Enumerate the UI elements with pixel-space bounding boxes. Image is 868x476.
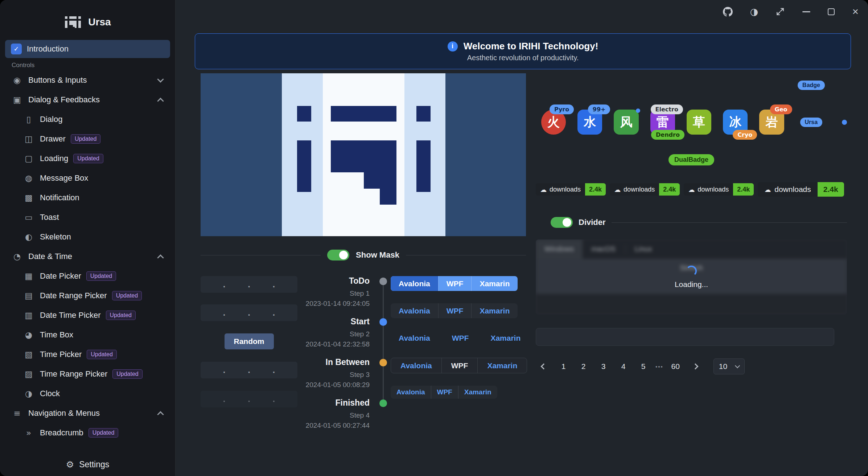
divider-label: Divider: [579, 218, 606, 227]
page-button-5[interactable]: 5: [635, 359, 651, 374]
timeline-step: ToDo Step 1 2023-01-14 09:24:05: [297, 276, 387, 317]
timeline-dot: [379, 399, 387, 407]
sidebar-item-label: Time Box: [40, 330, 73, 340]
sidebar-item-clock[interactable]: ◑ Clock: [5, 385, 170, 403]
ipv4-input-1[interactable]: ...: [201, 276, 297, 293]
time-picker-icon: ▧: [22, 350, 35, 359]
tile-pyro: 火 Pyro: [541, 110, 566, 135]
close-button[interactable]: ×: [852, 6, 859, 17]
banner-subtitle: Aesthetic revolution of productivity.: [467, 54, 579, 62]
loading-icon: ▢: [22, 154, 35, 163]
sidebar-item-time-picker[interactable]: ▧ Time Picker Updated: [5, 345, 170, 364]
downloads-badge[interactable]: ☁downloads 2.4k: [684, 183, 754, 196]
time-range-icon: ▨: [22, 369, 35, 379]
xamarin-button[interactable]: Xamarin: [471, 276, 518, 291]
sidebar-item-dialog[interactable]: ▯ Dialog: [5, 110, 170, 128]
avalonia-button[interactable]: Avalonia: [391, 303, 438, 318]
sidebar-item-loading[interactable]: ▢ Loading Updated: [5, 149, 170, 168]
sidebar-item-label: Navigation & Menus: [28, 409, 100, 418]
titlebar: ◑ ×: [176, 0, 868, 23]
electro-badge: Electro: [651, 104, 683, 114]
dot-badge: [842, 120, 847, 125]
ipv4-inputs: ... ... Random ... ...: [201, 276, 297, 439]
show-mask-toggle[interactable]: [327, 250, 349, 260]
sidebar-item-time-range-picker[interactable]: ▨ Time Range Picker Updated: [5, 365, 170, 383]
next-page-button[interactable]: [688, 359, 703, 374]
sidebar-group-buttons-inputs[interactable]: ◉ Buttons & Inputs: [5, 71, 170, 89]
avalonia-button[interactable]: Avalonia: [391, 331, 438, 345]
maximize-button[interactable]: [828, 8, 835, 15]
page-size-select[interactable]: 10: [713, 358, 745, 374]
sidebar-item-toast[interactable]: ▭ Toast: [5, 208, 170, 226]
sidebar-item-time-box[interactable]: ◕ Time Box: [5, 326, 170, 344]
ipv4-input-2[interactable]: ...: [201, 304, 297, 321]
avalonia-button[interactable]: Avalonia: [391, 386, 431, 399]
sidebar-item-date-range-picker[interactable]: ▤ Date Range Picker Updated: [5, 287, 170, 305]
sidebar-item-breadcrumb[interactable]: » Breadcrumb Updated: [5, 424, 170, 442]
sidebar-item-notification[interactable]: ▩ Notification: [5, 189, 170, 207]
sidebar-item-label: Date & Time: [28, 252, 72, 261]
updated-badge: Updated: [106, 311, 136, 320]
sidebar-item-skeleton[interactable]: ◐ Skeleton: [5, 228, 170, 246]
wpf-button[interactable]: WPF: [431, 386, 458, 399]
sidebar-item-label: Date Time Picker: [40, 311, 101, 320]
sidebar-item-date-time-picker[interactable]: ▥ Date Time Picker Updated: [5, 306, 170, 324]
sidebar-item-date-picker[interactable]: ▦ Date Picker Updated: [5, 267, 170, 285]
count-badge: 99+: [588, 104, 610, 114]
timeline-dot: [379, 359, 387, 366]
maximize-icon: [828, 8, 835, 15]
sidebar-item-introduction[interactable]: ✓ Introduction: [5, 40, 170, 58]
message-icon: ◍: [22, 173, 35, 183]
gear-icon: ⚙: [66, 459, 74, 470]
badge-demo-tiles: 火 Pyro 水 99+ 风 雷 Electro Dendro: [536, 110, 847, 135]
chevron-right-icon: [692, 364, 699, 370]
xamarin-button[interactable]: Xamarin: [482, 331, 528, 345]
avalonia-button[interactable]: Avalonia: [391, 276, 438, 291]
calendar-range-icon: ▤: [22, 291, 35, 300]
fullscreen-button[interactable]: [776, 7, 785, 16]
divider-toggle[interactable]: [551, 217, 573, 228]
avalonia-button[interactable]: Avalonia: [391, 358, 441, 373]
page-button-2[interactable]: 2: [576, 359, 591, 374]
sidebar-item-label: Loading: [40, 154, 68, 163]
random-button[interactable]: Random: [225, 333, 274, 349]
sidebar-item-label: Date Range Picker: [40, 291, 107, 300]
sidebar-section-controls: Controls: [12, 62, 175, 69]
page-button-60[interactable]: 60: [668, 359, 683, 374]
page-button-3[interactable]: 3: [596, 359, 611, 374]
downloads-badge[interactable]: ☁downloads 2.4k: [536, 183, 606, 196]
sidebar-item-drawer[interactable]: ◫ Drawer Updated: [5, 130, 170, 148]
settings-button[interactable]: ⚙ Settings: [0, 453, 175, 476]
prev-page-button[interactable]: [536, 359, 551, 374]
timeline-step: Start Step 2 2024-01-04 22:32:58: [297, 317, 387, 357]
wpf-button[interactable]: WPF: [444, 331, 477, 345]
ipv4-input-4-disabled: ...: [201, 391, 297, 407]
downloads-badge-large[interactable]: ☁downloads 2.4k: [758, 182, 844, 197]
dendro-badge: Dendro: [651, 130, 684, 140]
wpf-button[interactable]: WPF: [438, 276, 472, 291]
minimize-icon: [802, 11, 810, 12]
irihi-logo-icon: [64, 15, 82, 29]
sidebar-group-navigation-menus[interactable]: ≡ Navigation & Menus: [5, 404, 170, 422]
xamarin-button[interactable]: Xamarin: [458, 386, 497, 399]
xamarin-button[interactable]: Xamarin: [477, 358, 527, 373]
theme-toggle-button[interactable]: ◑: [750, 6, 758, 17]
wpf-button[interactable]: WPF: [438, 303, 472, 318]
page-button-4[interactable]: 4: [616, 359, 631, 374]
text-input[interactable]: [536, 328, 834, 346]
sidebar-group-date-time[interactable]: ◔ Date & Time: [5, 247, 170, 266]
github-button[interactable]: [723, 7, 733, 17]
downloads-badge[interactable]: ☁downloads 2.4k: [610, 183, 680, 196]
sidebar-item-label: Notification: [40, 193, 79, 202]
xamarin-button[interactable]: Xamarin: [471, 303, 518, 318]
dialog-icon: ▯: [22, 115, 35, 124]
cursor-icon: ◉: [11, 75, 23, 85]
sidebar-item-message-box[interactable]: ◍ Message Box: [5, 169, 170, 187]
ipv4-input-3[interactable]: ...: [201, 362, 297, 378]
button-group-outline: Avalonia WPF Xamarin: [391, 358, 527, 373]
minimize-button[interactable]: [802, 11, 810, 12]
wpf-button[interactable]: WPF: [441, 358, 478, 373]
sidebar-group-dialog-feedbacks[interactable]: ▣ Dialog & Feedbacks: [5, 91, 170, 109]
page-button-1[interactable]: 1: [556, 359, 571, 374]
sidebar-item-label: Clock: [40, 389, 60, 398]
